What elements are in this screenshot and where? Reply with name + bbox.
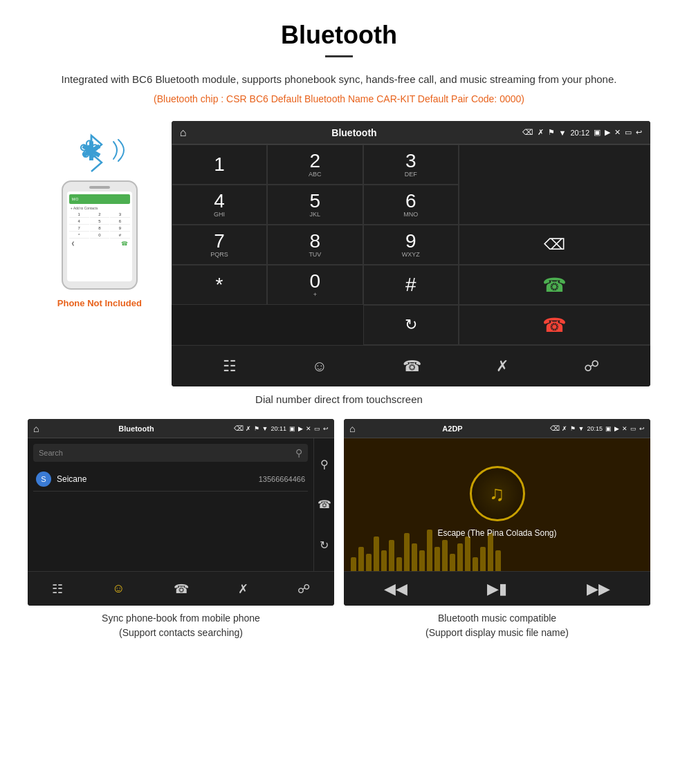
ms-sig-icon: ▼ — [578, 425, 585, 432]
eq-bar — [450, 554, 455, 571]
call-green-button[interactable]: ☎ — [459, 265, 650, 305]
dialer-key-7[interactable]: 7PQRS — [172, 225, 267, 265]
bt-svg-icon — [77, 132, 112, 174]
phone-bottom-row: ❮ ☎ — [69, 241, 130, 247]
ms-home-icon[interactable]: ⌂ — [349, 423, 355, 434]
phone-screen: M/O + Add to Contacts 1 2 3 4 5 6 7 8 9 … — [67, 192, 132, 281]
phonebook-status-bar: ⌂ Bluetooth ⌫ ✗ ⚑ ▼ 20:11 ▣ ▶ ✕ ▭ ↩ — [28, 419, 334, 438]
window-icon: ▭ — [625, 128, 632, 137]
phone-carrier: M/O — [72, 197, 78, 201]
pb-home-icon[interactable]: ⌂ — [33, 423, 39, 434]
ms-loc-icon: ⚑ — [570, 425, 576, 432]
signal-icon: ▼ — [559, 129, 567, 137]
pb-refresh-side-icon[interactable]: ↻ — [320, 539, 329, 552]
volume-icon: ▶ — [605, 128, 610, 137]
ms-win-icon: ▭ — [630, 425, 636, 432]
contacts-icon[interactable]: ☺ — [312, 357, 327, 375]
bottom-screenshots: ⌂ Bluetooth ⌫ ✗ ⚑ ▼ 20:11 ▣ ▶ ✕ ▭ ↩ — [28, 419, 650, 640]
pb-search-side-icon[interactable]: ⚲ — [320, 458, 329, 471]
bluetooth-bottom-icon[interactable]: ✗ — [496, 357, 508, 375]
phone-key-9: 9 — [110, 225, 130, 232]
phonebook-bottom-bar: ☷ ☺ ☎ ✗ ☍ — [28, 571, 334, 606]
music-status-icons: ✗ ⚑ ▼ 20:15 ▣ ▶ ✕ ▭ ↩ — [562, 425, 645, 432]
pb-phone-icon[interactable]: ☎ — [174, 581, 189, 597]
dialer-key-4[interactable]: 4GHI — [172, 185, 267, 225]
camera-icon: ▣ — [594, 128, 601, 137]
eq-bar — [488, 533, 493, 571]
pb-phone-side-icon[interactable]: ☎ — [318, 498, 331, 511]
backspace-icon: ⌫ — [544, 236, 565, 254]
call-red-icon: ☎ — [542, 314, 567, 337]
pb-grid-icon[interactable]: ☷ — [52, 581, 63, 597]
pb-bt-icon: ✗ — [246, 425, 251, 432]
phone-key-3: 3 — [110, 212, 130, 218]
dialer-key-#[interactable]: # — [363, 265, 459, 305]
status-time: 20:12 — [570, 129, 589, 137]
music-status-bar: ⌂ A2DP ⌫ ✗ ⚑ ▼ 20:15 ▣ ▶ ✕ ▭ ↩ — [344, 419, 650, 438]
phone-green-bar: M/O — [69, 194, 130, 204]
music-content: ♫ Escape (The Pina Colada Song) — [344, 438, 650, 571]
backspace-button[interactable]: ⌫ — [459, 225, 650, 265]
pb-bluetooth-icon[interactable]: ✗ — [238, 581, 248, 597]
dialer-key-1[interactable]: 1 — [172, 144, 267, 185]
search-placeholder: Search — [39, 449, 295, 457]
eq-bar — [366, 554, 372, 571]
car-status-left: ⌂ — [180, 127, 187, 139]
eq-bar — [442, 540, 448, 571]
pb-cam-icon: ▣ — [289, 425, 295, 432]
phone-not-included-label: Phone Not Included — [57, 298, 142, 308]
phonebook-display: ⌂ Bluetooth ⌫ ✗ ⚑ ▼ 20:11 ▣ ▶ ✕ ▭ ↩ — [28, 419, 334, 606]
display-input — [459, 144, 650, 225]
car-bottom-bar: ☷ ☺ ☎ ✗ ☍ — [172, 345, 650, 386]
dialer-key-3[interactable]: 3DEF — [363, 144, 459, 185]
phonebook-search-bar[interactable]: Search ⚲ — [33, 444, 308, 462]
dialer-key-5[interactable]: 5JKL — [267, 185, 363, 225]
play-pause-button[interactable]: ▶▮ — [487, 580, 507, 598]
back-icon[interactable]: ↩ — [636, 128, 642, 137]
dialer-key-8[interactable]: 8TUV — [267, 225, 363, 265]
phone-key-0: 0 — [90, 232, 110, 239]
close-icon[interactable]: ✕ — [614, 128, 621, 137]
prev-button[interactable]: ◀◀ — [384, 580, 407, 598]
refresh-button[interactable]: ↻ — [363, 305, 459, 345]
call-green-icon: ☎ — [542, 274, 567, 297]
eq-bar — [419, 550, 425, 571]
pb-back-icon[interactable]: ↩ — [323, 425, 329, 432]
music-caption-line1: Bluetooth music compatible — [438, 613, 556, 624]
ms-vol-icon: ▶ — [614, 425, 619, 432]
next-button[interactable]: ▶▶ — [587, 580, 610, 598]
contact-number: 13566664466 — [259, 475, 305, 483]
link-icon[interactable]: ☍ — [584, 357, 599, 375]
phonebook-status-icons: ✗ ⚑ ▼ 20:11 ▣ ▶ ✕ ▭ ↩ — [246, 425, 329, 432]
eq-bar — [404, 533, 410, 571]
pb-sig-icon: ▼ — [262, 425, 268, 432]
eq-bar — [465, 536, 470, 571]
phone-key-star: * — [69, 232, 89, 239]
phone-add-contacts: + Add to Contacts — [69, 206, 130, 210]
album-art: ♫ — [470, 466, 525, 521]
call-red-button[interactable]: ☎ — [459, 305, 650, 345]
home-icon[interactable]: ⌂ — [180, 127, 187, 139]
ms-x-icon[interactable]: ✕ — [622, 425, 627, 432]
pb-person-icon[interactable]: ☺ — [112, 581, 125, 596]
grid-icon[interactable]: ☷ — [223, 357, 237, 375]
page-title: Bluetooth — [28, 21, 650, 50]
car-title: Bluetooth — [186, 127, 522, 138]
ms-title: A2DP — [355, 424, 549, 433]
phone-icon[interactable]: ☎ — [403, 357, 421, 375]
ms-back-icon[interactable]: ↩ — [639, 425, 645, 432]
phonebook-with-sidebar: Search ⚲ S Seicane 13566664466 ⚲ ☎ — [28, 438, 334, 571]
pb-link-icon[interactable]: ☍ — [297, 581, 310, 597]
dialer-key-9[interactable]: 9WXYZ — [363, 225, 459, 265]
pb-loc-icon: ⚑ — [254, 425, 259, 432]
dialer-key-*[interactable]: * — [172, 265, 267, 305]
eq-bar — [434, 547, 440, 571]
pb-x-icon[interactable]: ✕ — [306, 425, 311, 432]
pb-vol-icon: ▶ — [298, 425, 303, 432]
dialer-key-6[interactable]: 6MNO — [363, 185, 459, 225]
dialer-key-2[interactable]: 2ABC — [267, 144, 363, 185]
page-container: Bluetooth Integrated with BC6 Bluetooth … — [0, 0, 678, 668]
phone-key-1: 1 — [69, 212, 89, 218]
dialer-key-0[interactable]: 0+ — [267, 265, 363, 305]
eq-bar — [389, 540, 394, 571]
